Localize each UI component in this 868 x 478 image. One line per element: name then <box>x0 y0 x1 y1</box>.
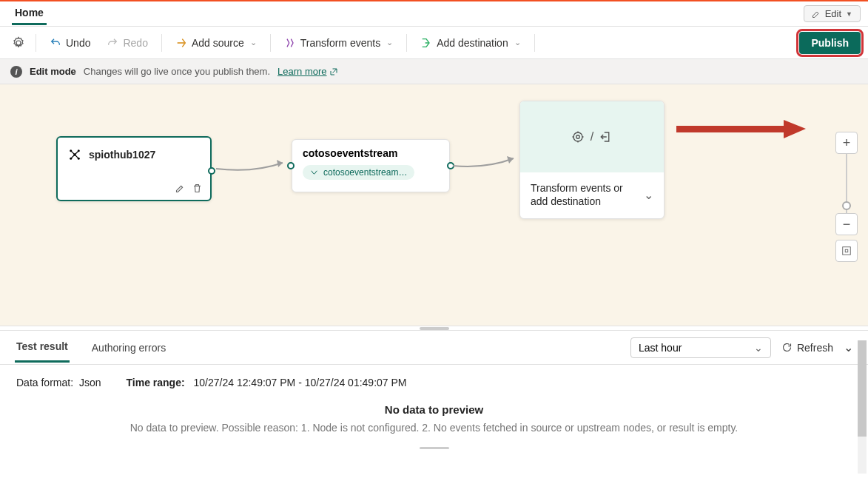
chevron-down-icon: ⌄ <box>250 38 257 47</box>
transform-label: Transform events <box>300 37 380 49</box>
refresh-icon <box>781 342 793 353</box>
chevron-down-icon: ⌄ <box>386 38 393 47</box>
port-out[interactable] <box>208 167 215 175</box>
refresh-label: Refresh <box>797 342 833 354</box>
port-in[interactable] <box>287 162 295 169</box>
node-eventstream[interactable]: cotosoeventstream cotosoeventstream… <box>292 139 450 192</box>
add-source-label: Add source <box>192 37 244 49</box>
learn-more-link[interactable]: Learn more <box>277 66 337 77</box>
transform-icon <box>284 37 296 49</box>
chevron-down-icon[interactable]: ⌄ <box>644 188 653 202</box>
node-source[interactable]: spiothub1027 <box>56 136 212 201</box>
info-bar: i Edit mode Changes will go live once yo… <box>0 59 868 84</box>
separator <box>270 34 271 52</box>
undo-label: Undo <box>66 37 90 49</box>
node-destination-label: Transform events or add destination <box>531 181 634 208</box>
tab-test-result[interactable]: Test result <box>15 332 70 363</box>
separator <box>161 34 162 52</box>
drag-handle[interactable] <box>420 447 449 449</box>
zoom-fit-button[interactable] <box>835 240 858 262</box>
learn-more-label: Learn more <box>277 66 326 77</box>
slash: / <box>591 130 593 144</box>
refresh-button[interactable]: Refresh <box>781 342 833 354</box>
data-format-label: Data format: <box>16 377 73 388</box>
chevron-down-icon: ⌄ <box>514 38 521 47</box>
edge-2 <box>453 155 521 170</box>
info-icon: i <box>10 66 22 78</box>
redo-button: Redo <box>99 34 155 52</box>
stream-icon <box>310 168 319 177</box>
fit-icon <box>841 246 852 256</box>
caret-down-icon: ▼ <box>846 10 852 18</box>
node-eventstream-title: cotosoeventstream <box>303 147 439 159</box>
scrollbar[interactable] <box>858 340 867 474</box>
svg-rect-11 <box>843 247 851 255</box>
chevron-down-icon[interactable]: ⌄ <box>844 340 853 354</box>
edit-mode-label: Edit mode <box>30 66 76 77</box>
destination-icon <box>420 37 432 49</box>
pencil-icon[interactable] <box>175 183 186 194</box>
time-range-value-text: 10/27/24 12:49:07 PM - 10/27/24 01:49:07… <box>194 377 407 388</box>
trash-icon[interactable] <box>192 183 203 194</box>
data-format-value: Json <box>79 377 101 388</box>
gear-icon <box>12 36 25 50</box>
external-link-icon <box>329 67 338 76</box>
time-range-label: Time range: <box>127 377 185 388</box>
zoom-in-button[interactable]: + <box>835 132 858 154</box>
empty-message: No data to preview. Possible reason: 1. … <box>16 422 852 434</box>
node-destination-placeholder[interactable]: / Transform events or add destination ⌄ <box>519 101 665 219</box>
redo-label: Redo <box>123 37 147 49</box>
pencil-icon <box>812 10 821 18</box>
separator <box>534 34 535 52</box>
time-range-value: Last hour <box>639 342 682 354</box>
tab-authoring-errors[interactable]: Authoring errors <box>90 334 167 362</box>
separator <box>36 34 36 52</box>
undo-icon <box>50 37 61 49</box>
canvas[interactable]: spiothub1027 cotosoeventstream cotosoeve… <box>0 84 868 326</box>
publish-button[interactable]: Publish <box>799 32 861 54</box>
svg-point-9 <box>573 132 582 141</box>
svg-marker-7 <box>277 160 283 167</box>
redo-icon <box>107 37 118 49</box>
settings-button[interactable] <box>7 33 30 53</box>
time-range-select[interactable]: Last hour ⌄ <box>630 337 771 358</box>
add-source-button[interactable]: Add source ⌄ <box>168 34 264 52</box>
svg-rect-12 <box>845 249 848 252</box>
stream-pill[interactable]: cotosoeventstream… <box>303 165 414 180</box>
add-destination-button[interactable]: Add destination ⌄ <box>413 34 528 52</box>
scrollbar-thumb[interactable] <box>858 340 867 437</box>
edge-1 <box>216 161 290 176</box>
iot-icon <box>68 148 81 161</box>
node-source-title: spiothub1027 <box>89 149 155 161</box>
empty-title: No data to preview <box>16 403 852 416</box>
add-destination-label: Add destination <box>437 37 508 49</box>
separator <box>406 34 407 52</box>
annotation-arrow <box>676 120 810 145</box>
source-icon <box>175 37 187 49</box>
zoom-slider[interactable] <box>835 154 858 213</box>
tab-home[interactable]: Home <box>12 2 47 25</box>
process-icon <box>571 130 585 144</box>
edit-mode-message: Changes will go live once you publish th… <box>84 66 270 77</box>
svg-rect-0 <box>676 126 784 132</box>
undo-button[interactable]: Undo <box>42 34 98 52</box>
edit-label: Edit <box>825 8 841 19</box>
transform-button[interactable]: Transform events ⌄ <box>277 34 400 52</box>
svg-marker-1 <box>784 120 806 138</box>
chevron-down-icon: ⌄ <box>754 342 763 354</box>
zoom-out-button[interactable]: − <box>835 213 858 235</box>
edit-dropdown[interactable]: Edit ▼ <box>804 5 861 22</box>
output-icon <box>599 130 613 144</box>
svg-point-10 <box>576 135 580 139</box>
stream-pill-label: cotosoeventstream… <box>323 167 407 178</box>
